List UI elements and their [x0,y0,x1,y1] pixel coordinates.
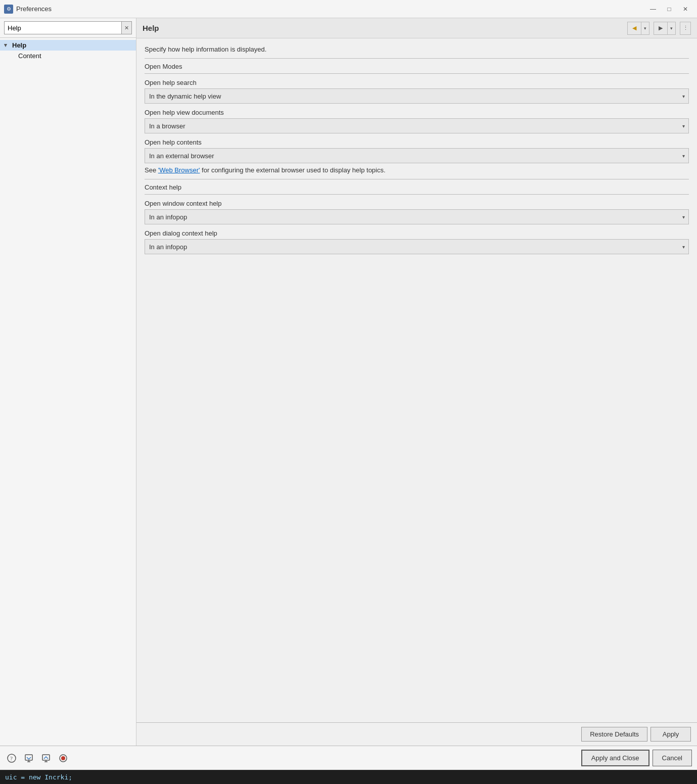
dialog-context-dropdown-wrap: In an infopop In a browser In the dynami… [145,239,689,254]
export-icon[interactable] [39,752,53,765]
svg-point-5 [61,756,65,760]
help-contents-dropdown-wrap: In an external browser In a browser In t… [145,148,689,163]
close-button[interactable]: ✕ [678,3,693,15]
window-title: Preferences [16,5,645,13]
help-contents-label: Open help contents [145,139,689,146]
help-view-label: Open help view documents [145,109,689,116]
prefs-description: Specify how help information is displaye… [145,45,689,53]
help-view-select[interactable]: In a browser In the dynamic help view In… [145,118,689,133]
tree-arrow-icon: ▾ [4,42,12,49]
back-nav-group: ◀ ▾ [627,22,652,35]
code-line: uic = new Incrki; [0,770,697,784]
help-contents-select[interactable]: In an external browser In a browser In t… [145,148,689,163]
app-icon: ⚙ [4,5,13,14]
forward-dropdown-button[interactable]: ▾ [668,22,676,35]
restore-defaults-button[interactable]: Restore Defaults [581,727,647,742]
window-context-dropdown-wrap: In an infopop In a browser In the dynami… [145,209,689,224]
window-context-label: Open window context help [145,200,689,207]
title-bar: ⚙ Preferences — □ ✕ [0,0,697,18]
divider-2 [145,73,689,74]
tree-label-help: Help [12,41,26,49]
divider-4 [145,194,689,195]
cancel-button[interactable]: Cancel [653,750,692,766]
info-text-before: See [145,166,158,174]
footer-buttons: Apply and Close Cancel [581,750,692,766]
tree-label-content: Content [18,52,41,60]
footer-bar: ? Apply and Close Cancel [0,746,697,770]
help-icon[interactable]: ? [5,752,18,765]
content-area: Help ◀ ▾ ▶ ▾ ⋮ Specify how help informat… [136,18,697,746]
action-bar: Restore Defaults Apply [136,722,697,746]
dialog-context-select[interactable]: In an infopop In a browser In the dynami… [145,239,689,254]
minimize-button[interactable]: — [645,3,661,15]
footer-icons: ? [5,752,581,765]
header-menu-button[interactable]: ⋮ [680,22,691,35]
help-view-dropdown-wrap: In a browser In the dynamic help view In… [145,118,689,133]
code-text: uic = new Incrki; [5,773,72,781]
maximize-button[interactable]: □ [662,3,677,15]
preferences-tree: ▾ Help Content [0,38,136,746]
info-text: See 'Web Browser' for configuring the ex… [145,166,689,174]
tree-item-content[interactable]: Content [0,51,136,61]
search-clear-button[interactable]: ✕ [122,21,132,34]
help-search-select[interactable]: In the dynamic help view In a browser In… [145,88,689,104]
preferences-content: Specify how help information is displaye… [136,38,697,722]
open-modes-title: Open Modes [145,63,689,70]
dialog-context-label: Open dialog context help [145,229,689,237]
help-search-dropdown-wrap: In the dynamic help view In a browser In… [145,88,689,104]
tree-item-help[interactable]: ▾ Help [0,40,136,51]
context-help-title: Context help [145,183,689,191]
window-context-select[interactable]: In an infopop In a browser In the dynami… [145,209,689,224]
back-dropdown-button[interactable]: ▾ [641,22,649,35]
main-layout: ✕ ▾ Help Content Help ◀ ▾ ▶ ▾ ⋮ [0,18,697,746]
content-title: Help [143,24,627,32]
import-icon[interactable] [22,752,35,765]
window-controls: — □ ✕ [645,3,693,15]
help-search-label: Open help search [145,79,689,86]
web-browser-link[interactable]: 'Web Browser' [158,166,200,174]
record-icon[interactable] [57,752,70,765]
svg-rect-3 [42,755,50,760]
search-box-wrap: ✕ [0,18,136,38]
apply-button[interactable]: Apply [650,727,691,742]
divider-1 [145,58,689,59]
content-header: Help ◀ ▾ ▶ ▾ ⋮ [136,18,697,38]
search-input[interactable] [4,21,122,34]
sidebar: ✕ ▾ Help Content [0,18,136,746]
forward-nav-group: ▶ ▾ [654,22,678,35]
apply-and-close-button[interactable]: Apply and Close [581,750,649,766]
back-button[interactable]: ◀ [627,22,641,35]
divider-3 [145,179,689,179]
info-text-after: for configuring the external browser use… [200,166,386,174]
forward-button[interactable]: ▶ [654,22,668,35]
svg-text:?: ? [10,755,13,761]
